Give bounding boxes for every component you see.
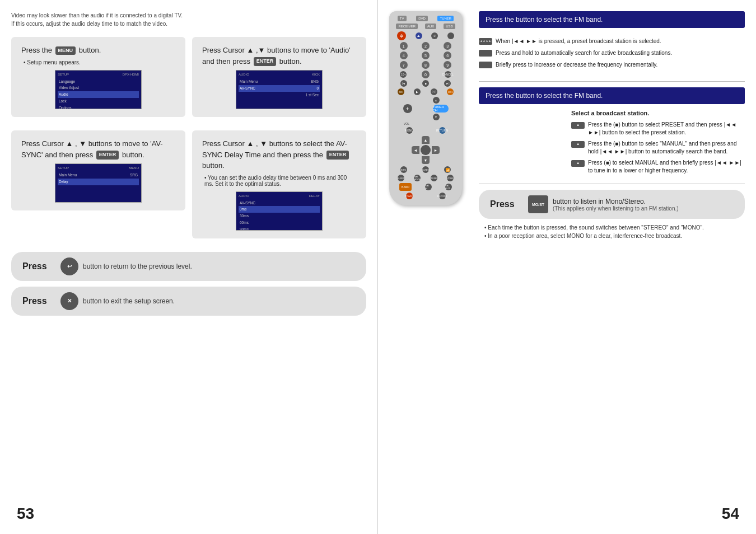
manual-text1: Press the (■) button to selec "MANUAL" a… [588, 140, 745, 156]
step3-screen-header: SETUP MENU [58, 166, 139, 171]
screen1-row4: Lock [58, 98, 139, 105]
play-btn[interactable]: ▶ [414, 88, 421, 95]
separator1 [479, 81, 745, 82]
step34-row: Press Cursor ▲ , ▼ buttons to move to 'A… [11, 130, 366, 245]
return-icon: ↩ [60, 257, 78, 275]
num8[interactable]: 8 [422, 61, 430, 69]
power2-btn[interactable]: POWER [406, 193, 413, 199]
mo-btn[interactable]: MO [398, 88, 404, 95]
menu-btn[interactable]: MENU [406, 127, 413, 134]
dpad-left[interactable]: ◄ [412, 146, 419, 154]
num3[interactable]: 3 [444, 42, 451, 50]
num-row1: 1 2 3 [393, 42, 459, 50]
dpad-up-small[interactable]: ▲ [433, 97, 440, 104]
num5[interactable]: 5 [422, 51, 430, 59]
brief-text: Briefly press to increase or decrease th… [496, 60, 657, 69]
section2-right: Select a broadcast station. ■ Press the … [571, 110, 745, 178]
dpad: ▲ ▼ ◄ ► [412, 136, 440, 164]
wifi-btn[interactable]: 📶 [444, 166, 451, 173]
step2-screen: AUDIO KICK Main MenuENG AV-SYNC0 1 st Se… [236, 70, 323, 109]
page-right: TV DVD TUNER RECEIVER AUX USB ⏻ ⏏ ⏱ [378, 0, 756, 534]
eject-btn[interactable]: ⏏ [416, 32, 422, 39]
dpad-right[interactable]: ► [432, 146, 440, 154]
s2-r1: Main MenuENG [239, 78, 320, 85]
step4-screen-row: AUDIO DELAY AV-SYNC 0ms 30ms 60ms 90ms 1… [202, 191, 356, 231]
plus-btn[interactable]: + [403, 104, 412, 113]
step1-title: Press the MENU button. [21, 45, 175, 56]
step2-screen-row: AUDIO KICK Main MenuENG AV-SYNC0 1 st Se… [202, 70, 356, 109]
vol-label-row: VOL [393, 122, 459, 125]
info-btn[interactable]: INFO [400, 166, 407, 173]
pp-btn[interactable]: P·P [431, 88, 437, 95]
menu-button-icon: MENU [55, 46, 76, 55]
press-mono-label: Press [490, 199, 524, 209]
skip-icon: |◄◄ ►►| [479, 38, 492, 45]
bottom-row2: BAND SAT IN SAT OUT [393, 183, 459, 191]
skip-back-btn[interactable]: |◄ [400, 80, 407, 87]
step2-box: Press Cursor ▲ ,▼ buttons to move to 'Au… [192, 37, 366, 124]
dpad-down-small[interactable]: ▼ [433, 114, 440, 120]
step1-bullet: Setup menu appears. [24, 59, 175, 65]
screen1-row3: Audio [58, 91, 139, 98]
brief-icon [479, 62, 492, 68]
step1-screen-header: SETUP DPX·HDMI [58, 72, 139, 77]
skip-fwd-btn[interactable]: ►| [444, 80, 451, 87]
sleep-btn[interactable]: SLEEP [398, 175, 404, 181]
guide-btn[interactable]: GUIDE [422, 166, 429, 173]
manual-mode-icon1: ■ [571, 141, 585, 148]
num6[interactable]: 6 [444, 51, 451, 59]
ms1-btn[interactable]: MS1 [447, 88, 454, 95]
step4-screen-header: AUDIO DELAY [239, 194, 320, 199]
step4-enter-icon: ENTER [326, 151, 349, 160]
preset-row: ■ Press the (■) button to select PRESET … [571, 121, 745, 137]
cancel-btn[interactable]: CANCEL [445, 71, 451, 78]
info-row-presets: |◄◄ ►►| When |◄◄ ►► is pressed, a preset… [479, 37, 745, 45]
num4[interactable]: 4 [400, 51, 408, 59]
manual-row1: ■ Press the (■) button to selec "MANUAL"… [571, 140, 745, 156]
remote-column: TV DVD TUNER RECEIVER AUX USB ⏻ ⏏ ⏱ [389, 11, 473, 241]
exit-icon: ✕ [60, 292, 78, 310]
sat-mode-btn[interactable]: SAT MODE [414, 175, 421, 181]
sat-in-btn[interactable]: SAT IN [425, 184, 432, 190]
tune-btn[interactable]: TUNE [431, 175, 437, 181]
sat-out-btn[interactable]: SAT OUT [445, 184, 452, 190]
step1-gray-box: Press the MENU button. Setup menu appear… [11, 37, 185, 117]
press-exit-label: Press [22, 296, 56, 306]
num2[interactable]: 2 [422, 42, 430, 50]
mono-bullets: Each time the button is pressed, the sou… [479, 224, 745, 239]
step4-screen: AUDIO DELAY AV-SYNC 0ms 30ms 60ms 90ms 1… [236, 191, 323, 231]
s3-r2: Delay [58, 179, 139, 185]
timer-btn[interactable]: ⏱ [431, 32, 438, 39]
stop-btn[interactable]: ■ [422, 80, 429, 87]
page-wrapper: Video may look slower than the audio if … [0, 0, 756, 534]
vol-row: + ▲ TUNER CH ▼ [393, 97, 459, 120]
10plus-btn[interactable]: 10+ [400, 71, 407, 78]
tuner-btn[interactable]: TUNER CH [433, 105, 449, 113]
hold-icon [479, 50, 492, 57]
zone-btn[interactable]: ZONE [447, 175, 454, 181]
num1[interactable]: 1 [400, 42, 408, 50]
bottom-row3: POWER RECORD [393, 193, 459, 199]
preset-mode-icon: ■ [571, 122, 585, 129]
step4-screen-content: AUDIO DELAY AV-SYNC 0ms 30ms 60ms 90ms 1… [236, 192, 322, 230]
power-btn[interactable]: ⏻ [397, 31, 406, 40]
manual-row2: ■ Press (■) to select MANUAL and then br… [571, 159, 745, 175]
dpad-up[interactable]: ▲ [422, 136, 430, 144]
return-btn[interactable]: RETURN [439, 127, 446, 134]
record-btn[interactable]: RECORD [439, 193, 446, 199]
num0[interactable]: 0 [422, 71, 430, 78]
extra-btn1[interactable] [447, 32, 454, 39]
num9[interactable]: 9 [444, 61, 451, 69]
step4-title: Press Cursor ▲ , ▼ buttons to select the… [202, 138, 356, 171]
band-btn[interactable]: BAND [399, 183, 412, 191]
mono-bullet1: Each time the button is pressed, the sou… [484, 224, 745, 231]
enter-center-btn[interactable] [421, 145, 431, 155]
power-row: ⏻ ⏏ ⏱ [393, 31, 459, 40]
num7[interactable]: 7 [400, 61, 408, 69]
press-return-label: Press [22, 261, 56, 271]
dpad-down[interactable]: ▼ [422, 156, 430, 164]
s3-r1: Main MenuSRG [58, 172, 139, 179]
info-guide-row: INFO GUIDE 📶 [393, 166, 459, 173]
section1-content: |◄◄ ►►| When |◄◄ ►► is pressed, a preset… [479, 34, 745, 76]
s4-r5: 90ms [239, 226, 320, 231]
